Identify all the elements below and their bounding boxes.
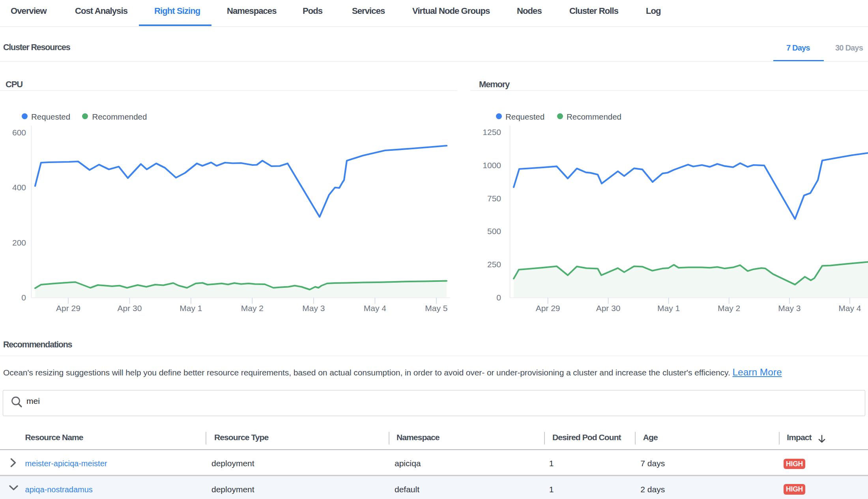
svg-text:Apr 30: Apr 30 — [596, 304, 621, 313]
svg-text:0: 0 — [21, 293, 26, 302]
svg-text:250: 250 — [487, 260, 501, 269]
svg-text:May 2: May 2 — [241, 304, 264, 313]
svg-text:0: 0 — [496, 293, 501, 302]
svg-text:1000: 1000 — [483, 161, 501, 170]
svg-text:1250: 1250 — [483, 128, 501, 137]
svg-text:May 4: May 4 — [838, 304, 861, 313]
svg-text:May 3: May 3 — [302, 304, 325, 313]
svg-text:Apr 30: Apr 30 — [118, 304, 142, 313]
svg-text:Apr 29: Apr 29 — [56, 304, 80, 313]
svg-text:May 5: May 5 — [425, 304, 447, 313]
svg-text:200: 200 — [12, 238, 26, 247]
svg-text:500: 500 — [487, 227, 501, 236]
svg-text:400: 400 — [12, 183, 26, 192]
svg-text:May 1: May 1 — [180, 304, 202, 313]
svg-text:May 1: May 1 — [657, 304, 680, 313]
svg-text:Apr 29: Apr 29 — [536, 304, 560, 313]
svg-text:May 3: May 3 — [778, 304, 801, 313]
svg-text:May 2: May 2 — [718, 304, 740, 313]
svg-text:600: 600 — [12, 128, 26, 137]
svg-text:May 4: May 4 — [364, 304, 387, 313]
svg-text:750: 750 — [487, 194, 501, 203]
